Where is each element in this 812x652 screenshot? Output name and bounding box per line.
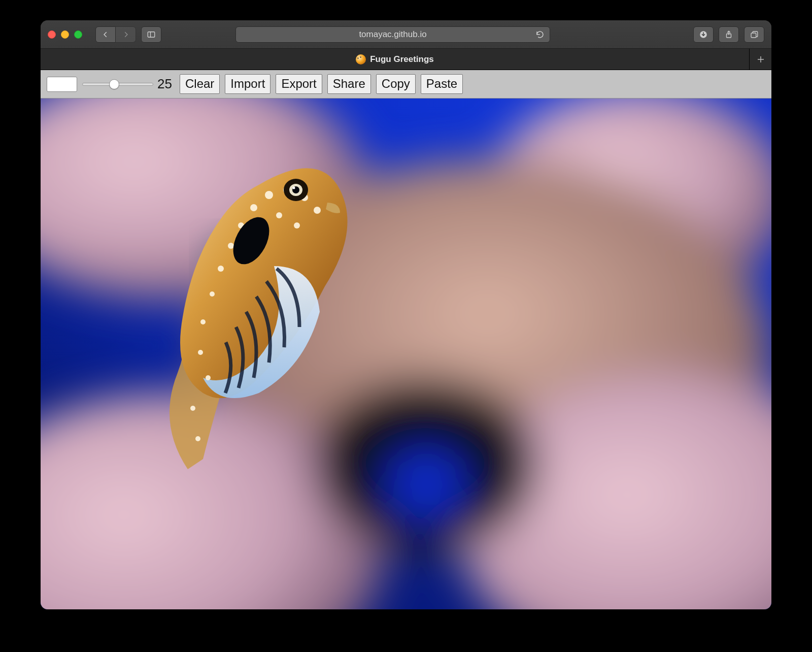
sidebar-icon	[147, 30, 156, 39]
svg-point-21	[314, 207, 321, 214]
svg-point-30	[198, 350, 203, 355]
svg-point-26	[228, 243, 234, 249]
share-button-app[interactable]: Share	[327, 74, 371, 94]
tabs-overview-button[interactable]	[744, 26, 764, 43]
canvas-image	[41, 99, 771, 609]
reload-icon	[535, 30, 545, 39]
brush-size-slider[interactable]	[82, 83, 153, 86]
svg-point-22	[250, 204, 257, 211]
svg-rect-0	[148, 31, 155, 37]
brush-size-control: 25	[82, 76, 175, 92]
app-toolbar: 25 Clear Import Export Share Copy Paste	[41, 70, 771, 99]
svg-point-31	[206, 375, 211, 380]
chevron-right-icon	[122, 31, 129, 38]
navigation-buttons	[95, 26, 136, 43]
address-bar[interactable]: tomayac.github.io	[235, 26, 550, 43]
download-icon	[699, 30, 708, 39]
clear-button[interactable]: Clear	[180, 74, 220, 94]
new-tab-button[interactable]	[749, 49, 771, 70]
svg-point-25	[294, 222, 300, 229]
window-controls	[48, 30, 82, 39]
svg-point-27	[218, 266, 224, 272]
pufferfish-icon	[356, 54, 366, 64]
svg-point-33	[195, 436, 200, 441]
plus-icon	[756, 55, 765, 64]
sidebar-toggle-button[interactable]	[141, 26, 161, 43]
slider-thumb[interactable]	[109, 79, 119, 89]
svg-rect-6	[751, 33, 756, 38]
toolbar-right-cluster	[693, 26, 764, 43]
svg-point-28	[210, 291, 215, 297]
brush-size-value: 25	[157, 76, 175, 92]
svg-point-38	[293, 187, 295, 189]
safari-toolbar: tomayac.github.io	[41, 20, 771, 49]
tab-title: Fugu Greetings	[370, 54, 434, 64]
svg-point-29	[200, 319, 206, 324]
forward-button[interactable]	[116, 26, 136, 43]
export-button[interactable]: Export	[276, 74, 322, 94]
svg-point-24	[276, 212, 282, 218]
svg-point-32	[190, 406, 195, 411]
close-window-button[interactable]	[48, 30, 56, 39]
zoom-window-button[interactable]	[74, 30, 82, 39]
tabs-icon	[750, 30, 759, 39]
reload-button[interactable]	[535, 30, 545, 39]
minimize-window-button[interactable]	[61, 30, 69, 39]
back-button[interactable]	[95, 26, 116, 43]
import-button[interactable]: Import	[225, 74, 270, 94]
tab-active[interactable]: Fugu Greetings	[41, 49, 749, 70]
share-button[interactable]	[719, 26, 739, 43]
downloads-button[interactable]	[693, 26, 714, 43]
browser-window: tomayac.github.io	[41, 20, 771, 609]
paste-button[interactable]: Paste	[421, 74, 463, 94]
tab-strip: Fugu Greetings	[41, 49, 771, 70]
share-icon	[724, 30, 733, 39]
address-text: tomayac.github.io	[359, 29, 426, 40]
svg-point-18	[265, 191, 273, 199]
color-picker[interactable]	[47, 77, 77, 92]
copy-button[interactable]: Copy	[376, 74, 416, 94]
chevron-left-icon	[102, 31, 109, 38]
svg-point-16	[386, 449, 467, 520]
drawing-canvas[interactable]	[41, 99, 771, 609]
